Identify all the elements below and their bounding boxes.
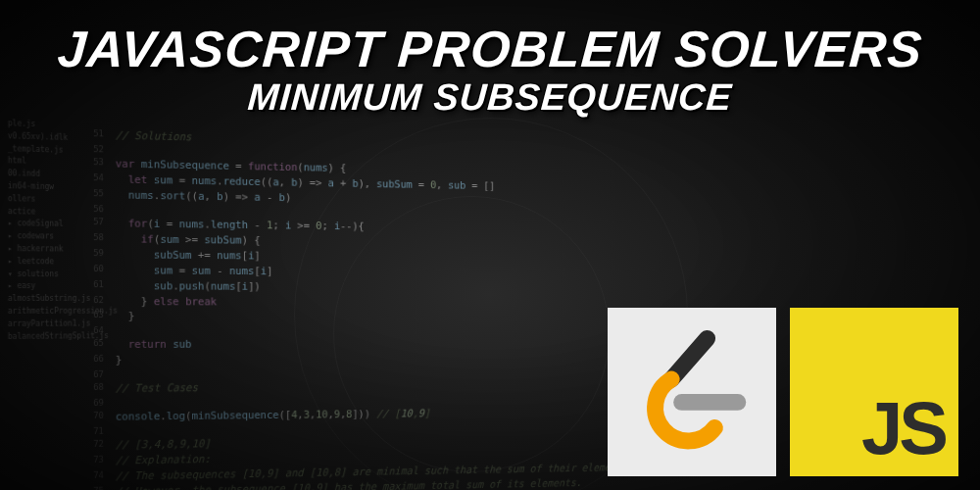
code-line: 67 [88, 367, 627, 382]
code-line: 65 return sub [88, 337, 627, 354]
code-tokens: // Explanation: [116, 452, 211, 468]
line-number: 54 [88, 172, 116, 187]
sidebar-item: ▾ solutions [0, 269, 86, 281]
line-number: 60 [88, 263, 116, 278]
line-number: 57 [88, 216, 116, 231]
sidebar-item: in64-mingw [0, 180, 86, 194]
code-tokens: return sub [116, 337, 192, 353]
code-line: 66} [88, 352, 627, 369]
code-tokens: console.log(minSubsequence([4,3,10,9,8])… [116, 407, 430, 425]
sidebar-item: balancedStringSplit.js [0, 330, 86, 343]
line-number: 65 [88, 337, 116, 353]
sidebar-item: ▸ leetcode [0, 256, 86, 269]
main-title: JAVASCRIPT PROBLEM SOLVERS [0, 20, 980, 78]
line-number: 73 [88, 454, 116, 469]
code-line: 62 } else break [88, 294, 627, 311]
line-number: 56 [88, 203, 116, 216]
sidebar-item: ollers [0, 193, 86, 207]
line-number: 70 [88, 410, 116, 425]
title-block: JAVASCRIPT PROBLEM SOLVERS MINIMUM SUBSE… [0, 20, 980, 119]
sidebar-item: ▸ hackerrank [0, 243, 86, 256]
sidebar-item: ▸ codeSignal [0, 218, 86, 231]
line-number: 72 [88, 438, 116, 454]
code-tokens: nums.sort((a, b) => a - b) [116, 187, 291, 206]
line-number: 67 [88, 368, 116, 381]
sidebar-item: actice [0, 206, 86, 220]
line-number: 61 [88, 278, 116, 294]
line-number: 59 [88, 247, 116, 263]
line-number: 55 [88, 187, 116, 203]
code-tokens: // Test Cases [116, 381, 198, 397]
code-tokens: sub.push(nums[i]) [116, 278, 261, 294]
code-tokens: } [116, 310, 135, 325]
sidebar-item: arrayPartition1.js [0, 318, 86, 330]
line-number: 63 [88, 309, 116, 324]
line-number: 66 [88, 353, 116, 368]
code-tokens: subSum += nums[i] [116, 247, 261, 264]
leetcode-icon [628, 328, 756, 456]
code-line: 68// Test Cases [88, 378, 627, 397]
line-number: 53 [88, 156, 116, 172]
javascript-logo: JS [790, 308, 958, 476]
code-tokens: sum = sum - nums[i] [116, 263, 273, 279]
code-tokens: // Solutions [116, 128, 192, 146]
code-tokens: } else break [116, 294, 217, 310]
leetcode-logo [608, 308, 776, 476]
subtitle: MINIMUM SUBSEQUENCE [0, 76, 980, 119]
line-number: 52 [88, 143, 116, 157]
line-number: 58 [88, 231, 116, 247]
sidebar-item: ▸ easy [0, 280, 86, 293]
line-number: 62 [88, 294, 116, 310]
sidebar-item: almostSubstring.js [0, 293, 86, 306]
editor-sidebar: ple.jsv0.65xv).idlk_template.jshtml00.in… [0, 98, 86, 490]
code-tokens: if(sum >= subSum) { [116, 231, 261, 248]
code-tokens: // [3,4,8,9,10] [116, 437, 211, 454]
logo-row: JS [608, 308, 958, 476]
line-number: 71 [88, 425, 116, 438]
sidebar-item: arithmeticProgression.js [0, 306, 86, 318]
code-editor-content: 51// Solutions5253var minSubsequence = f… [88, 127, 627, 490]
line-number: 75 [88, 485, 116, 490]
line-number: 68 [88, 381, 116, 397]
code-line: 64 [88, 324, 627, 337]
js-logo-text: JS [861, 385, 945, 470]
line-number: 74 [88, 469, 116, 485]
line-number: 69 [88, 397, 116, 410]
code-tokens: } [116, 353, 122, 368]
sidebar-item: ▸ codewars [0, 230, 86, 244]
line-number: 64 [88, 324, 116, 337]
code-line: 63 } [88, 309, 627, 324]
line-number: 51 [88, 127, 116, 144]
